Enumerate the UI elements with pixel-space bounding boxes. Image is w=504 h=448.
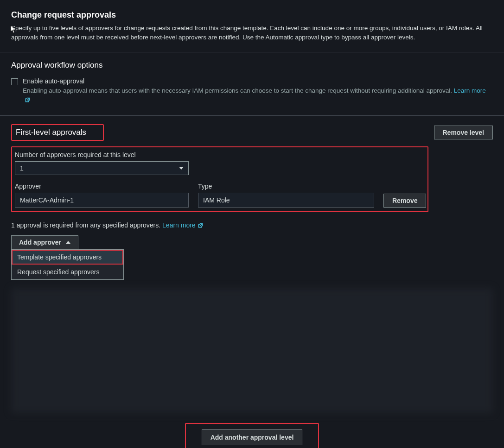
enable-auto-approval-checkbox[interactable] — [11, 78, 18, 85]
type-label: Type — [198, 183, 374, 190]
learn-more-link[interactable]: Learn more — [162, 221, 204, 229]
add-approver-button[interactable]: Add approver — [11, 235, 78, 249]
num-approvers-label: Number of approvers required at this lev… — [15, 151, 425, 158]
remove-level-button[interactable]: Remove level — [434, 126, 493, 139]
page-title: Change request approvals — [11, 10, 493, 20]
approver-field[interactable]: MatterCA-Admin-1 — [15, 193, 189, 208]
page-description: Specify up to five levels of approvers f… — [11, 24, 493, 42]
first-level-heading: First-level approvals — [12, 125, 103, 140]
enable-auto-approval-desc: Enabling auto-approval means that users … — [23, 86, 493, 104]
workflow-heading: Approval workflow options — [11, 61, 493, 70]
enable-auto-approval-label: Enable auto-approval — [23, 77, 493, 85]
add-level-zone: Add another approval level You can add 4… — [185, 423, 319, 448]
add-approver-menu: Template specified approvers Request spe… — [11, 249, 124, 280]
external-link-icon — [198, 222, 204, 228]
divider — [6, 419, 498, 419]
chevron-up-icon — [66, 241, 70, 244]
blurred-content — [11, 288, 493, 413]
type-field[interactable]: IAM Role — [198, 193, 374, 208]
menu-item-template-approvers[interactable]: Template specified approvers — [12, 250, 123, 265]
remove-approver-button[interactable]: Remove — [383, 194, 426, 208]
menu-item-request-approvers[interactable]: Request specified approvers — [12, 265, 123, 279]
chevron-down-icon — [179, 167, 184, 170]
approvers-config: Number of approvers required at this lev… — [11, 146, 428, 212]
add-approval-level-button[interactable]: Add another approval level — [202, 429, 303, 445]
num-approvers-select[interactable]: 1 — [15, 161, 189, 175]
approver-label: Approver — [15, 183, 189, 190]
required-approval-note: 1 approval is required from any specifie… — [0, 217, 504, 229]
external-link-icon — [25, 97, 31, 103]
